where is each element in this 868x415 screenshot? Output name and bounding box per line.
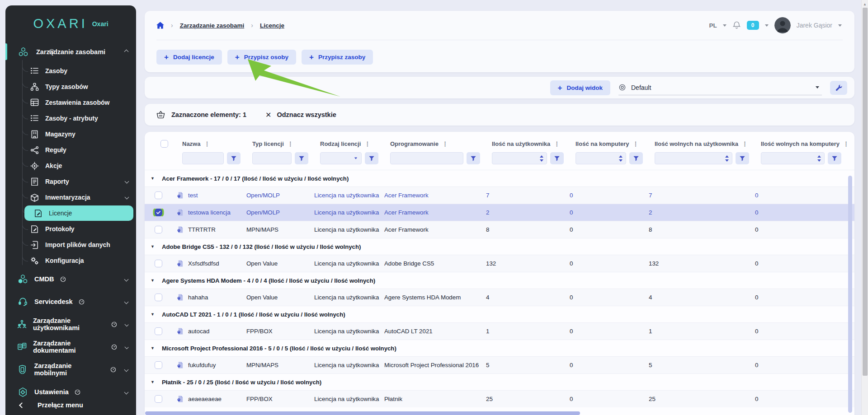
add-view-button[interactable]: + Dodaj widok (550, 80, 610, 95)
license-name-link[interactable]: aeaeaeaeae (172, 395, 242, 403)
table-row[interactable]: hahahaOpen ValueLicencja na użytkownikaA… (145, 289, 854, 306)
column-header-1[interactable]: Typ licencji⋮ (248, 140, 316, 147)
view-select[interactable]: Default (618, 80, 822, 95)
language-selector[interactable]: PL (709, 22, 717, 29)
sidebar-item-konfiguracja[interactable]: Konfiguracja (5, 253, 136, 269)
row-checkbox[interactable] (155, 395, 162, 403)
column-header-4[interactable]: Ilość na użytkownika⋮ (487, 140, 571, 147)
filter-funnel-button[interactable] (227, 152, 241, 164)
column-menu-icon[interactable]: ⋮ (288, 140, 293, 147)
collapse-group-icon[interactable]: ▼ (151, 346, 155, 350)
menu-toggle[interactable]: Przełącz menu (5, 395, 136, 415)
filter-input-0[interactable] (182, 152, 224, 164)
column-menu-icon[interactable]: ⋮ (632, 140, 638, 147)
scroll-up-arrow-icon[interactable]: ▲ (863, 2, 867, 6)
sidebar-item-cmdb[interactable]: CMDB (5, 268, 136, 290)
filter-input-3[interactable] (390, 152, 463, 164)
row-checkbox[interactable] (155, 294, 162, 301)
chevron-up-icon[interactable] (124, 50, 129, 54)
filter-input-7[interactable] (761, 152, 825, 164)
filter-funnel-button[interactable] (550, 152, 564, 164)
filter-funnel-button[interactable] (467, 152, 480, 164)
table-vertical-scrollbar[interactable] (848, 176, 852, 413)
filter-funnel-button[interactable] (736, 152, 749, 164)
column-menu-icon[interactable]: ⋮ (204, 140, 210, 147)
filter-funnel-button[interactable] (295, 152, 308, 164)
assign-people-button[interactable]: + Przypisz osoby (227, 50, 296, 65)
chevron-down-icon[interactable] (765, 24, 769, 27)
license-name-link[interactable]: autocad (172, 327, 242, 335)
sidebar-item-zarządzanie-mobilnymi[interactable]: Zarządzanie mobilnymi (5, 358, 136, 381)
license-name-link[interactable]: fukufdufuy (172, 361, 242, 369)
sidebar-item-zarządzanie-dokumentami[interactable]: Zarządzanie dokumentami (5, 336, 136, 358)
row-checkbox[interactable] (155, 209, 162, 216)
column-header-7[interactable]: Ilość wolnych na komputery⋮ (756, 140, 849, 147)
sidebar-item-servicedesk[interactable]: Servicedesk (5, 290, 136, 313)
row-checkbox[interactable] (155, 327, 162, 335)
column-menu-icon[interactable]: ⋮ (364, 140, 370, 147)
license-name-link[interactable]: hahaha (172, 294, 242, 301)
number-stepper[interactable] (725, 155, 729, 162)
sidebar-item-zarządzanie-użytkownikami[interactable]: Zarządzanie użytkownikami (5, 313, 136, 336)
filter-input-4[interactable] (492, 152, 547, 164)
license-name-link[interactable]: Xsfsdfsdfsd (172, 260, 242, 267)
group-row[interactable]: ▼Adobe Bridge CS5 - 132 / 0 / 132 (Ilość… (145, 238, 854, 255)
chevron-down-icon[interactable] (723, 24, 726, 27)
window-scrollbar[interactable]: ▲ (861, 0, 868, 415)
row-checkbox[interactable] (155, 226, 162, 233)
column-header-3[interactable]: Oprogramowanie⋮ (386, 140, 487, 147)
filter-input-6[interactable] (655, 152, 732, 164)
column-menu-icon[interactable]: ⋮ (554, 140, 560, 147)
table-row[interactable]: testowa licencjaOpen/MOLPLicencja na uży… (145, 204, 854, 221)
chevron-down-icon[interactable] (124, 322, 128, 326)
group-row[interactable]: ▼Płatnik - 25 / 0 / 25 (Ilość / Ilość w … (145, 373, 854, 390)
filter-input-2[interactable] (320, 152, 362, 164)
chevron-down-icon[interactable] (124, 390, 129, 394)
collapse-group-icon[interactable]: ▼ (151, 244, 155, 249)
table-row[interactable]: XsfsdfsdfsdOpen ValueLicencja na użytkow… (145, 255, 854, 272)
column-menu-icon[interactable]: ⋮ (442, 140, 448, 147)
number-stepper[interactable] (817, 155, 821, 162)
column-menu-icon[interactable]: ⋮ (742, 140, 748, 147)
license-name-link[interactable]: TTRTRTR (172, 226, 242, 233)
filter-funnel-button[interactable] (365, 152, 378, 164)
group-row[interactable]: ▼Acer Framework - 17 / 0 / 17 (Ilość / I… (145, 170, 854, 187)
deselect-all-button[interactable]: ✕ Odznacz wszystkie (265, 111, 336, 119)
column-header-0[interactable]: Nazwa⋮ (178, 140, 248, 147)
collapse-group-icon[interactable]: ▼ (151, 278, 155, 283)
assign-assets-button[interactable]: + Przypisz zasoby (302, 50, 373, 65)
user-name[interactable]: Jarek Gąsior (797, 22, 832, 29)
table-row[interactable]: TTRTRTRMPN/MAPSLicencja na użytkownikaAc… (145, 221, 854, 238)
add-license-button[interactable]: + Dodaj licencje (156, 50, 222, 65)
column-settings-button[interactable] (830, 81, 847, 95)
home-icon[interactable] (156, 22, 164, 29)
table-row[interactable]: fukufdufuyMPN/MAPSLicencja na użytkownik… (145, 356, 854, 373)
license-name-link[interactable]: test (172, 191, 242, 199)
row-checkbox[interactable] (155, 260, 162, 267)
table-row[interactable]: autocadFPP/BOXLicencja na użytkownikaAut… (145, 322, 854, 340)
filter-funnel-button[interactable] (629, 152, 643, 164)
license-name-link[interactable]: testowa licencja (172, 209, 242, 216)
column-header-5[interactable]: Ilość na komputery⋮ (571, 140, 650, 147)
breadcrumb-licencje[interactable]: Licencje (260, 22, 284, 29)
breadcrumb-zarzadzanie-zasobami[interactable]: Zarządzanie zasobami (180, 22, 245, 29)
chevron-down-icon[interactable] (124, 345, 128, 349)
column-menu-icon[interactable]: ⋮ (843, 140, 849, 147)
chevron-down-icon[interactable] (838, 24, 842, 27)
sidebar-item-zarzadzanie-zasobami[interactable]: Zarządzanie zasobami (5, 43, 136, 60)
filter-input-1[interactable] (252, 152, 292, 164)
filter-input-5[interactable] (576, 152, 626, 164)
number-stepper[interactable] (619, 155, 623, 162)
notification-badge[interactable]: 0 (747, 21, 759, 30)
chevron-down-icon[interactable] (124, 299, 129, 304)
group-row[interactable]: ▼Agere Systems HDA Modem - 4 / 0 / 4 (Il… (145, 272, 854, 289)
collapse-group-icon[interactable]: ▼ (151, 312, 155, 317)
group-row[interactable]: ▼Microsoft Project Professional 2016 - 5… (145, 340, 854, 356)
table-row[interactable]: testOpen/MOLPLicencja na użytkownikaAcer… (145, 187, 854, 204)
window-scrollbar-thumb[interactable] (863, 8, 868, 376)
chevron-down-icon[interactable] (124, 277, 129, 281)
table-row[interactable]: aeaeaeaeaeFPP/BOXLicencja na użytkownika… (145, 390, 854, 407)
row-checkbox[interactable] (155, 361, 162, 369)
row-checkbox[interactable] (155, 191, 162, 199)
select-all-checkbox[interactable] (160, 140, 168, 148)
